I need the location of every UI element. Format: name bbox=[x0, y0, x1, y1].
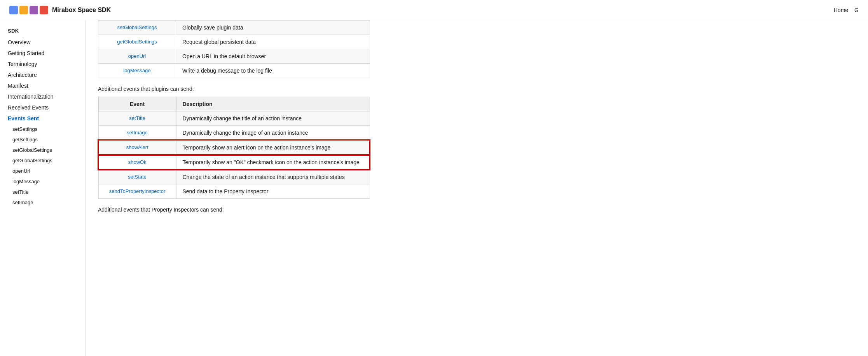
event-cell[interactable]: openUrl bbox=[98, 49, 176, 64]
sidebar-item-getting-started[interactable]: Getting Started bbox=[0, 48, 85, 59]
header-nav: Home G bbox=[834, 7, 859, 13]
sidebar-item-logMessage[interactable]: logMessage bbox=[0, 176, 85, 187]
description-cell: Dynamically change the title of an actio… bbox=[176, 111, 370, 126]
sidebar-item-internationalization[interactable]: Internationalization bbox=[0, 91, 85, 102]
event-cell[interactable]: setGlobalSettings bbox=[98, 21, 176, 35]
event-cell[interactable]: setTitle bbox=[98, 111, 176, 126]
description-cell: Globally save plugin data bbox=[176, 21, 370, 35]
additional-events-text: Additional events that plugins can send: bbox=[98, 86, 856, 92]
description-cell: Change the state of an action instance t… bbox=[176, 170, 370, 184]
sidebar-item-received-events[interactable]: Received Events bbox=[0, 102, 85, 113]
top-table-wrapper: setGlobalSettings Globally save plugin d… bbox=[98, 20, 856, 78]
sidebar: SDK Overview Getting Started Terminology… bbox=[0, 20, 86, 356]
plugins-table: Event Description setTitle Dynamically c… bbox=[98, 97, 370, 199]
event-cell[interactable]: showOk bbox=[98, 155, 176, 170]
table-header-row: Event Description bbox=[98, 97, 370, 111]
event-cell[interactable]: setState bbox=[98, 170, 176, 184]
event-cell[interactable]: sendToPropertyInspector bbox=[98, 184, 176, 199]
main-content: setGlobalSettings Globally save plugin d… bbox=[86, 20, 868, 356]
table-row: sendToPropertyInspector Send data to the… bbox=[98, 184, 370, 199]
sidebar-section-label: SDK bbox=[0, 26, 85, 37]
event-cell[interactable]: logMessage bbox=[98, 64, 176, 78]
logo-icon-3 bbox=[30, 6, 38, 14]
event-cell[interactable]: setImage bbox=[98, 126, 176, 141]
description-cell: Temporarily show an alert icon on the ac… bbox=[176, 140, 370, 155]
description-cell: Send data to the Property Inspector bbox=[176, 184, 370, 199]
sidebar-item-architecture[interactable]: Architecture bbox=[0, 69, 85, 80]
description-cell: Temporarily show an "OK" checkmark icon … bbox=[176, 155, 370, 170]
sidebar-item-terminology[interactable]: Terminology bbox=[0, 59, 85, 69]
table-row: getGlobalSettings Request global persist… bbox=[98, 35, 370, 49]
table-row: openUrl Open a URL in the default browse… bbox=[98, 49, 370, 64]
sidebar-item-setGlobalSettings[interactable]: setGlobalSettings bbox=[0, 145, 85, 155]
sidebar-item-setTitle[interactable]: setTitle bbox=[0, 187, 85, 197]
home-link[interactable]: Home bbox=[834, 7, 848, 13]
body-layout: SDK Overview Getting Started Terminology… bbox=[0, 20, 868, 356]
table-row: showOk Temporarily show an "OK" checkmar… bbox=[98, 155, 370, 170]
sidebar-item-getGlobalSettings[interactable]: getGlobalSettings bbox=[0, 155, 85, 166]
logo-icon-1 bbox=[9, 6, 18, 14]
bottom-text: Additional events that Property Inspecto… bbox=[98, 207, 856, 213]
logo-icons bbox=[9, 6, 48, 14]
description-cell: Request global persistent data bbox=[176, 35, 370, 49]
event-header: Event bbox=[98, 97, 176, 111]
table-row: setTitle Dynamically change the title of… bbox=[98, 111, 370, 126]
sidebar-item-overview[interactable]: Overview bbox=[0, 37, 85, 48]
table-row: setImage Dynamically change the image of… bbox=[98, 126, 370, 141]
logo-icon-2 bbox=[19, 6, 28, 14]
table-row: setGlobalSettings Globally save plugin d… bbox=[98, 21, 370, 35]
description-cell: Open a URL in the default browser bbox=[176, 49, 370, 64]
sidebar-item-manifest[interactable]: Manifest bbox=[0, 80, 85, 91]
table-row: logMessage Write a debug message to the … bbox=[98, 64, 370, 78]
header: Mirabox Space SDK Home G bbox=[0, 0, 868, 20]
sidebar-item-setSettings[interactable]: setSettings bbox=[0, 124, 85, 134]
description-cell: Dynamically change the image of an actio… bbox=[176, 126, 370, 141]
app-title: Mirabox Space SDK bbox=[52, 7, 111, 14]
logo-icon-4 bbox=[40, 6, 48, 14]
top-table: setGlobalSettings Globally save plugin d… bbox=[98, 20, 370, 78]
event-cell[interactable]: getGlobalSettings bbox=[98, 35, 176, 49]
sidebar-item-setImage[interactable]: setImage bbox=[0, 197, 85, 208]
sidebar-item-openUrl[interactable]: openUrl bbox=[0, 166, 85, 176]
description-header: Description bbox=[176, 97, 370, 111]
user-link[interactable]: G bbox=[854, 7, 859, 13]
sidebar-item-getSettings[interactable]: getSettings bbox=[0, 134, 85, 145]
table-row: setState Change the state of an action i… bbox=[98, 170, 370, 184]
table-row: showAlert Temporarily show an alert icon… bbox=[98, 140, 370, 155]
event-cell[interactable]: showAlert bbox=[98, 140, 176, 155]
description-cell: Write a debug message to the log file bbox=[176, 64, 370, 78]
header-left: Mirabox Space SDK bbox=[9, 6, 111, 14]
sidebar-item-events-sent[interactable]: Events Sent bbox=[0, 113, 85, 124]
